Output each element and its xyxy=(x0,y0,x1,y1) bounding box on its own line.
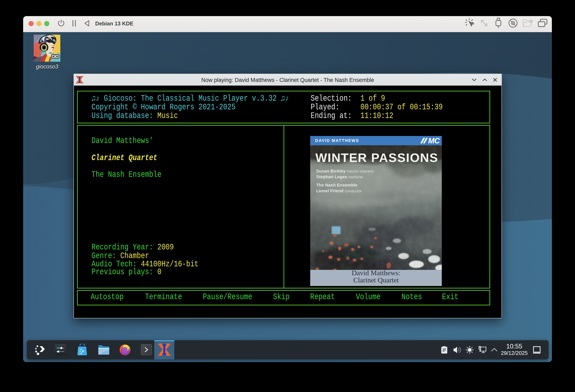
svg-text:MC: MC xyxy=(428,137,440,145)
